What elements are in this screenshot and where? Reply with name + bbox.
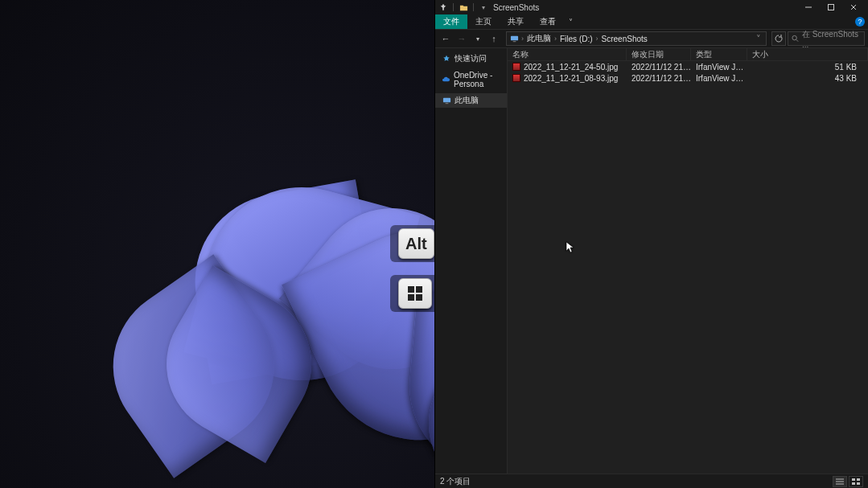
file-type: IrfanView JPG File — [691, 74, 747, 83]
jpg-file-icon — [512, 63, 520, 71]
breadcrumb-folder[interactable]: ScreenShots — [600, 35, 649, 43]
file-row[interactable]: 2022_11_12-21_08-93.jpg 2022/11/12 21:48… — [508, 72, 868, 84]
file-explorer-window: ▾ ScreenShots 文件 主页 共享 查看 ˅ ? ← → ▾ ↑ › … — [434, 0, 868, 488]
svg-rect-20 — [857, 482, 860, 485]
svg-rect-5 — [829, 5, 834, 10]
chevron-right-icon[interactable]: › — [596, 35, 599, 43]
this-pc-icon — [508, 33, 520, 44]
view-thumbnails-button[interactable] — [849, 476, 863, 487]
file-size: 43 KB — [747, 74, 868, 83]
ribbon-tab-file[interactable]: 文件 — [435, 14, 467, 29]
file-name: 2022_11_12-21_24-50.jpg — [524, 63, 618, 72]
this-pc-icon — [442, 96, 451, 105]
ribbon-tabs: 文件 主页 共享 查看 ˅ ? — [435, 14, 868, 29]
file-size: 51 KB — [747, 63, 868, 72]
file-row[interactable]: 2022_11_12-21_24-50.jpg 2022/11/12 21:48… — [508, 61, 868, 72]
svg-rect-8 — [510, 35, 517, 40]
column-header-type[interactable]: 类型 — [691, 48, 747, 60]
svg-rect-18 — [857, 478, 860, 481]
chevron-right-icon[interactable]: › — [521, 35, 524, 43]
refresh-button[interactable] — [771, 31, 786, 46]
close-button[interactable] — [842, 0, 865, 14]
nav-back-button[interactable]: ← — [438, 31, 453, 46]
file-name: 2022_11_12-21_08-93.jpg — [524, 74, 618, 83]
file-rows: 2022_11_12-21_24-50.jpg 2022/11/12 21:48… — [508, 61, 868, 474]
svg-rect-19 — [852, 482, 855, 485]
file-type: IrfanView JPG File — [691, 63, 747, 72]
ribbon-tab-share[interactable]: 共享 — [500, 14, 532, 29]
view-details-button[interactable] — [833, 476, 847, 487]
file-date: 2022/11/12 21:48 — [627, 74, 691, 83]
star-icon — [442, 54, 451, 64]
keycap-alt: Alt — [398, 228, 434, 259]
tree-onedrive[interactable]: OneDrive - Persona — [435, 72, 507, 87]
tree-label: 快速访问 — [455, 53, 487, 64]
svg-rect-17 — [852, 478, 855, 481]
ribbon-help-button[interactable]: ? — [852, 14, 868, 29]
status-item-count: 2 个项目 — [440, 476, 471, 487]
ribbon-tab-view[interactable]: 查看 — [532, 14, 564, 29]
file-date: 2022/11/12 21:48 — [627, 63, 691, 72]
nav-forward-button[interactable]: → — [455, 31, 469, 46]
svg-rect-2 — [408, 294, 414, 301]
chevron-right-icon[interactable]: › — [554, 35, 557, 43]
svg-rect-0 — [408, 286, 414, 293]
search-icon — [792, 35, 799, 43]
svg-point-10 — [792, 35, 796, 39]
qat-dropdown-icon[interactable]: ▾ — [479, 2, 488, 12]
svg-rect-9 — [512, 41, 516, 42]
address-bar[interactable]: › 此电脑 › Files (D:) › ScreenShots ˅ — [506, 31, 767, 46]
tree-this-pc[interactable]: 此电脑 — [435, 93, 507, 108]
column-headers: 名称 修改日期 类型 大小 — [508, 48, 868, 61]
titlebar[interactable]: ▾ ScreenShots — [435, 0, 868, 14]
address-dropdown-icon[interactable]: ˅ — [753, 34, 764, 44]
tree-label: 此电脑 — [455, 95, 479, 106]
svg-rect-3 — [416, 294, 422, 301]
nav-up-button[interactable]: ↑ — [487, 31, 501, 46]
nav-toolbar: ← → ▾ ↑ › 此电脑 › Files (D:) › ScreenShots… — [435, 29, 868, 48]
column-header-size[interactable]: 大小 — [747, 48, 868, 60]
status-bar: 2 个项目 — [435, 474, 868, 488]
search-placeholder: 在 ScreenShots ... — [802, 29, 861, 49]
folder-icon — [459, 2, 468, 12]
navigation-pane[interactable]: 快速访问 OneDrive - Persona 此电脑 — [435, 48, 508, 474]
svg-rect-12 — [442, 97, 450, 102]
search-input[interactable]: 在 ScreenShots ... — [788, 31, 865, 46]
breadcrumb-drive[interactable]: Files (D:) — [558, 35, 594, 43]
ribbon-tab-home[interactable]: 主页 — [467, 14, 500, 29]
qat-pin-icon[interactable] — [438, 2, 448, 12]
file-list-pane[interactable]: 名称 修改日期 类型 大小 2022_11_12-21_24-50.jpg 20… — [508, 48, 868, 474]
window-title: ScreenShots — [493, 3, 539, 12]
svg-line-11 — [796, 39, 798, 41]
svg-rect-1 — [416, 286, 422, 293]
wallpaper-bloom — [113, 145, 450, 482]
svg-rect-13 — [445, 103, 448, 104]
breadcrumb-root[interactable]: 此电脑 — [525, 33, 553, 44]
cloud-icon — [442, 75, 450, 84]
column-header-date[interactable]: 修改日期 — [627, 48, 691, 60]
ribbon-expand-icon[interactable]: ˅ — [564, 14, 577, 29]
nav-history-dropdown[interactable]: ▾ — [471, 31, 485, 46]
jpg-file-icon — [512, 74, 520, 82]
maximize-button[interactable] — [820, 0, 842, 14]
minimize-button[interactable] — [797, 0, 820, 14]
keycap-windows — [398, 278, 432, 309]
tree-label: OneDrive - Persona — [454, 71, 507, 88]
tree-quick-access[interactable]: 快速访问 — [435, 51, 507, 66]
column-header-name[interactable]: 名称 — [508, 48, 627, 60]
